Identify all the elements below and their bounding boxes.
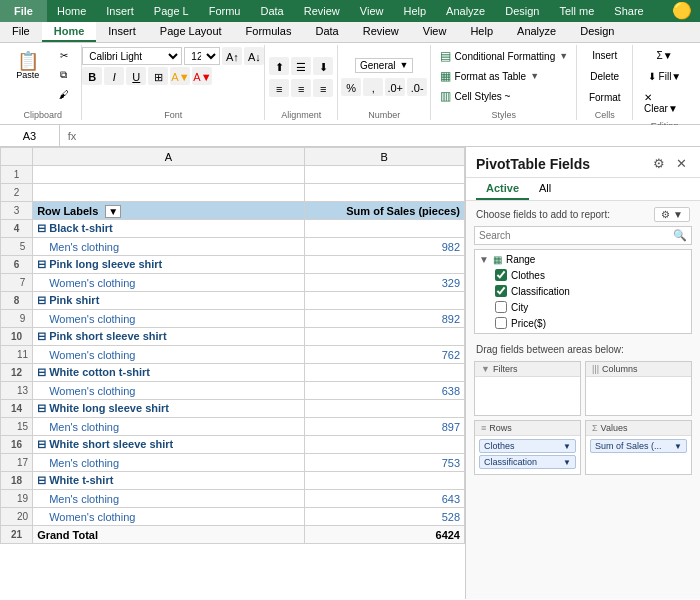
cell-a9[interactable]: Women's clothing xyxy=(33,310,304,328)
view-tab[interactable]: View xyxy=(350,0,394,22)
cell-a8[interactable]: ⊟ Pink shirt xyxy=(33,292,304,310)
cell-b15[interactable]: 897 xyxy=(304,418,464,436)
cell-a11[interactable]: Women's clothing xyxy=(33,346,304,364)
bold-button[interactable]: B xyxy=(82,67,102,85)
cell-b8[interactable] xyxy=(304,292,464,310)
cell-a3[interactable]: Row Labels ▼ xyxy=(33,202,304,220)
fill-color-button[interactable]: A▼ xyxy=(170,67,190,85)
cell-b7[interactable]: 329 xyxy=(304,274,464,292)
analyze-tab[interactable]: Analyze xyxy=(436,0,495,22)
conditional-formatting-button[interactable]: ▤ Conditional Formatting ▼ xyxy=(433,47,576,65)
ribbon-tab-design[interactable]: Design xyxy=(568,22,626,42)
cell-a7[interactable]: Women's clothing xyxy=(33,274,304,292)
col-b-header[interactable]: B xyxy=(304,148,464,166)
cell-b11[interactable]: 762 xyxy=(304,346,464,364)
pivot-settings-button[interactable]: ⚙ ▼ xyxy=(654,207,690,222)
cell-a20[interactable]: Women's clothing xyxy=(33,508,304,526)
cell-b2[interactable] xyxy=(304,184,464,202)
rows-chip-classification[interactable]: Classification ▼ xyxy=(479,455,576,469)
pivot-tab-all[interactable]: All xyxy=(529,178,561,200)
cell-b21[interactable]: 6424 xyxy=(304,526,464,544)
fill-button[interactable]: ⬇ Fill▼ xyxy=(643,68,686,85)
cell-b3[interactable]: Sum of Sales (pieces) xyxy=(304,202,464,220)
decrease-decimal-button[interactable]: .0- xyxy=(407,78,427,96)
cell-a12[interactable]: ⊟ White cotton t-shirt xyxy=(33,364,304,382)
pivot-search-input[interactable] xyxy=(479,230,673,241)
share-tab[interactable]: Share xyxy=(604,0,653,22)
cell-b5[interactable]: 982 xyxy=(304,238,464,256)
values-chip-sum-sales-arrow[interactable]: ▼ xyxy=(674,442,682,451)
cell-b10[interactable] xyxy=(304,328,464,346)
percent-button[interactable]: % xyxy=(341,78,361,96)
cut-button[interactable]: ✂ xyxy=(50,47,78,64)
cell-b6[interactable] xyxy=(304,256,464,274)
pivot-gear-button[interactable]: ⚙ xyxy=(650,155,668,173)
rows-chip-clothes[interactable]: Clothes ▼ xyxy=(479,439,576,453)
cell-a18[interactable]: ⊟ White t-shirt xyxy=(33,472,304,490)
rows-chip-classification-arrow[interactable]: ▼ xyxy=(563,458,571,467)
align-bottom-button[interactable]: ⬇ xyxy=(313,57,333,75)
increase-font-button[interactable]: A↑ xyxy=(222,47,242,65)
cell-a16[interactable]: ⊟ White short sleeve shirt xyxy=(33,436,304,454)
clear-button[interactable]: ✕ Clear▼ xyxy=(639,89,690,117)
autosum-button[interactable]: Σ▼ xyxy=(651,47,679,64)
copy-button[interactable]: ⧉ xyxy=(50,66,78,84)
formulas-tab[interactable]: Formu xyxy=(199,0,251,22)
field-checkbox-price[interactable] xyxy=(495,317,507,329)
ribbon-tab-home[interactable]: Home xyxy=(42,22,97,42)
formula-input[interactable] xyxy=(84,125,700,146)
cell-a21[interactable]: Grand Total xyxy=(33,526,304,544)
font-name-select[interactable]: Calibri Light xyxy=(82,47,182,65)
values-chip-sum-sales[interactable]: Sum of Sales (... ▼ xyxy=(590,439,687,453)
cell-b12[interactable] xyxy=(304,364,464,382)
align-left-button[interactable]: ≡ xyxy=(269,79,289,97)
cell-a13[interactable]: Women's clothing xyxy=(33,382,304,400)
ribbon-tab-analyze[interactable]: Analyze xyxy=(505,22,568,42)
align-top-button[interactable]: ⬆ xyxy=(269,57,289,75)
ribbon-tab-file[interactable]: File xyxy=(0,22,42,42)
ribbon-tab-data[interactable]: Data xyxy=(303,22,350,42)
cell-b14[interactable] xyxy=(304,400,464,418)
help-tab[interactable]: Help xyxy=(393,0,436,22)
review-tab[interactable]: Review xyxy=(294,0,350,22)
file-tab[interactable]: File xyxy=(0,0,47,22)
cell-b4[interactable] xyxy=(304,220,464,238)
field-checkbox-classification[interactable] xyxy=(495,285,507,297)
cell-a10[interactable]: ⊟ Pink short sleeve shirt xyxy=(33,328,304,346)
field-group-range-header[interactable]: ▼ ▦ Range xyxy=(479,252,687,267)
ribbon-tab-review[interactable]: Review xyxy=(351,22,411,42)
pivot-close-button[interactable]: ✕ xyxy=(672,155,690,173)
ribbon-tab-pagelayout[interactable]: Page Layout xyxy=(148,22,234,42)
cell-a6[interactable]: ⊟ Pink long sleeve shirt xyxy=(33,256,304,274)
field-checkbox-city[interactable] xyxy=(495,301,507,313)
pivot-tab-active[interactable]: Active xyxy=(476,178,529,200)
tell-me-tab[interactable]: Tell me xyxy=(549,0,604,22)
cell-b19[interactable]: 643 xyxy=(304,490,464,508)
cell-a1[interactable] xyxy=(33,166,304,184)
insert-tab[interactable]: Insert xyxy=(96,0,144,22)
cell-a19[interactable]: Men's clothing xyxy=(33,490,304,508)
cell-a17[interactable]: Men's clothing xyxy=(33,454,304,472)
paste-button[interactable]: 📋 Paste xyxy=(8,47,48,85)
field-checkbox-clothes[interactable] xyxy=(495,269,507,281)
border-button[interactable]: ⊞ xyxy=(148,67,168,85)
cell-a4[interactable]: ⊟ Black t-shirt xyxy=(33,220,304,238)
rows-chip-clothes-arrow[interactable]: ▼ xyxy=(563,442,571,451)
cell-b20[interactable]: 528 xyxy=(304,508,464,526)
ribbon-tab-insert[interactable]: Insert xyxy=(96,22,148,42)
format-painter-button[interactable]: 🖌 xyxy=(50,86,78,103)
underline-button[interactable]: U xyxy=(126,67,146,85)
comma-button[interactable]: , xyxy=(363,78,383,96)
cell-reference-box[interactable]: A3 xyxy=(0,125,60,146)
format-cells-button[interactable]: Format xyxy=(582,89,628,106)
home-tab[interactable]: Home xyxy=(47,0,96,22)
cell-b1[interactable] xyxy=(304,166,464,184)
decrease-font-button[interactable]: A↓ xyxy=(244,47,264,65)
cell-a14[interactable]: ⊟ White long sleeve shirt xyxy=(33,400,304,418)
row-labels-dropdown[interactable]: ▼ xyxy=(105,205,121,218)
cell-a15[interactable]: Men's clothing xyxy=(33,418,304,436)
cell-b13[interactable]: 638 xyxy=(304,382,464,400)
delete-cells-button[interactable]: Delete xyxy=(583,68,626,85)
font-color-button[interactable]: A▼ xyxy=(192,67,212,85)
cell-a5[interactable]: Men's clothing xyxy=(33,238,304,256)
